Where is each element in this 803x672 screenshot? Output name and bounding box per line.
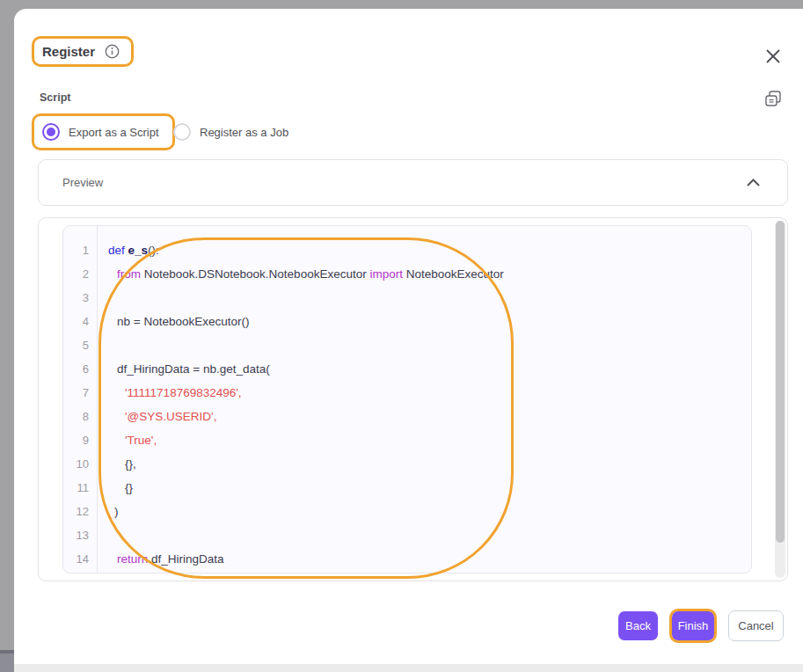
code-line: ) [108,500,751,523]
finish-button-annotation: Finish [669,609,717,643]
info-icon[interactable] [105,44,120,59]
register-dialog: Register Script Export as a Script [14,9,803,664]
finish-button[interactable]: Finish [672,611,714,640]
chevron-up-icon[interactable] [746,175,761,191]
line-number: 1 [63,238,89,262]
code-line: def e_s(): [108,238,751,262]
radio-selected-icon [42,123,60,141]
page-background: { "dialog": { "title": "Register" }, "ic… [0,0,803,672]
line-number: 6 [63,357,89,381]
bottom-strip [14,664,803,672]
copy-icon [764,90,782,107]
dialog-title: Register [42,44,95,59]
register-title-annotation: Register [32,36,134,67]
code-line: '@SYS.USERID', [108,405,751,428]
code-line: {}, [108,452,751,476]
line-number: 7 [63,381,89,405]
preview-label: Preview [62,176,746,189]
code-line [108,286,751,310]
line-number: 2 [63,262,89,286]
scrollbar-thumb[interactable] [776,221,785,543]
code-editor: 1234567891011121314 def e_s():from Noteb… [62,225,752,573]
line-numbers: 1234567891011121314 [63,226,98,573]
code-line: return df_HiringData [108,547,751,571]
line-number: 11 [63,476,89,500]
cancel-button[interactable]: Cancel [728,610,784,641]
close-icon [765,48,781,64]
line-number: 3 [63,286,89,310]
footer: Back Finish Cancel [618,609,784,643]
preview-accordion-header[interactable]: Preview [38,159,788,206]
export-option-annotation: Export as a Script [32,113,175,150]
background-panel [0,654,14,672]
radio-option-export-script[interactable]: Export as a Script [42,123,159,141]
code-lines: def e_s():from Notebook.DSNotebook.Noteb… [98,226,751,573]
line-number: 14 [63,547,89,571]
code-line: nb = NotebookExecutor() [108,310,751,333]
code-line: '11111718769832496', [108,381,751,405]
code-line: from Notebook.DSNotebook.NotebookExecuto… [108,262,751,286]
line-number: 10 [63,452,89,476]
code-line: 'True', [108,428,751,452]
preview-content: 1234567891011121314 def e_s():from Noteb… [38,217,788,581]
copy-button[interactable] [763,88,784,109]
script-label: Script [40,91,70,104]
code-line: {} [108,476,751,500]
line-number: 9 [63,428,89,452]
close-button[interactable] [762,45,785,68]
line-number: 13 [63,523,89,547]
line-number: 12 [63,500,89,523]
radio-option-register-job[interactable]: Register as a Job [173,123,288,141]
back-button[interactable]: Back [618,611,658,640]
code-line [108,523,751,547]
radio-option-label: Export as a Script [69,126,159,139]
scrollbar-track[interactable] [775,221,785,578]
line-number: 8 [63,405,89,428]
line-number: 5 [63,333,89,357]
code-line: df_HiringData = nb.get_data( [108,357,751,381]
code-line [108,333,751,357]
line-number: 4 [63,310,89,333]
radio-unselected-icon [173,123,191,141]
radio-option-label: Register as a Job [200,126,288,139]
